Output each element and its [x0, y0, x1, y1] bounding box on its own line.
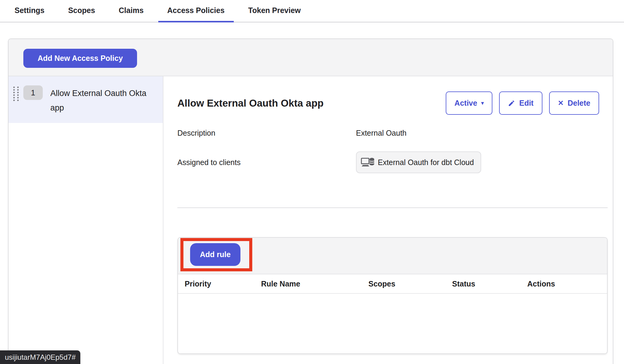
- tab-access-policies[interactable]: Access Policies: [158, 0, 234, 22]
- column-actions: Actions: [527, 280, 607, 288]
- tab-claims-label: Claims: [119, 6, 144, 15]
- tab-settings[interactable]: Settings: [5, 0, 54, 22]
- tab-settings-label: Settings: [15, 6, 45, 15]
- delete-button[interactable]: ✕ Delete: [549, 91, 599, 115]
- pencil-icon: [508, 100, 515, 107]
- tab-scopes[interactable]: Scopes: [59, 0, 104, 22]
- rules-table-header: Priority Rule Name Scopes Status Actions: [178, 274, 607, 294]
- policy-list-item[interactable]: 1 Allow External Oauth Okta app: [8, 76, 163, 123]
- rules-table-body: [178, 294, 607, 353]
- drag-handle-icon[interactable]: [13, 87, 19, 101]
- rules-toolbar: Add rule: [178, 238, 607, 274]
- tab-access-policies-label: Access Policies: [167, 6, 225, 15]
- edit-button[interactable]: Edit: [499, 91, 542, 115]
- client-chip: External Oauth for dbt Cloud: [356, 151, 481, 173]
- edit-button-label: Edit: [519, 99, 533, 108]
- add-rule-button[interactable]: Add rule: [190, 243, 240, 266]
- client-app-icon: [361, 156, 375, 168]
- add-new-access-policy-button[interactable]: Add New Access Policy: [23, 49, 137, 68]
- annotation-highlight-box: Add rule: [180, 238, 252, 271]
- tab-bar: Settings Scopes Claims Access Policies T…: [0, 0, 624, 22]
- policy-order-badge: 1: [23, 85, 43, 100]
- rules-card: Add rule Priority Rule Name Scopes Statu…: [177, 237, 608, 354]
- chevron-down-icon: ▾: [481, 101, 484, 106]
- status-dropdown-button[interactable]: Active ▾: [446, 91, 493, 115]
- status-dropdown-label: Active: [455, 99, 477, 108]
- section-divider: [177, 207, 608, 208]
- policy-detail-header: Allow External Oauth Okta app Active ▾ E…: [177, 91, 608, 115]
- tab-claims[interactable]: Claims: [110, 0, 153, 22]
- policy-title: Allow External Oauth Okta app: [177, 98, 324, 109]
- tab-token-preview[interactable]: Token Preview: [239, 0, 310, 22]
- policy-fields: Description External Oauth Assigned to c…: [177, 129, 608, 173]
- tab-scopes-label: Scopes: [68, 6, 95, 15]
- close-icon: ✕: [558, 100, 564, 107]
- tab-token-preview-label: Token Preview: [248, 6, 301, 15]
- column-priority: Priority: [185, 280, 261, 288]
- description-label: Description: [177, 129, 356, 137]
- column-scopes: Scopes: [368, 280, 452, 288]
- policy-detail: Allow External Oauth Okta app Active ▾ E…: [163, 76, 613, 364]
- description-value: External Oauth: [356, 129, 608, 137]
- panel-body: 1 Allow External Oauth Okta app Allow Ex…: [8, 76, 613, 364]
- column-rule-name: Rule Name: [261, 280, 368, 288]
- client-chip-label: External Oauth for dbt Cloud: [378, 158, 474, 167]
- policy-list: 1 Allow External Oauth Okta app: [8, 76, 163, 364]
- column-status: Status: [452, 280, 527, 288]
- policy-list-item-label: Allow External Oauth Okta app: [50, 85, 157, 115]
- assigned-to-clients-label: Assigned to clients: [177, 158, 356, 167]
- delete-button-label: Delete: [568, 99, 590, 108]
- panel-toolbar: Add New Access Policy: [8, 39, 613, 76]
- policy-action-buttons: Active ▾ Edit ✕ Delete: [446, 91, 599, 115]
- url-preview-tooltip: usijiutarM7Aj0Ep5d7#: [0, 350, 80, 364]
- access-policies-panel: Add New Access Policy 1 Allow External O…: [8, 38, 613, 364]
